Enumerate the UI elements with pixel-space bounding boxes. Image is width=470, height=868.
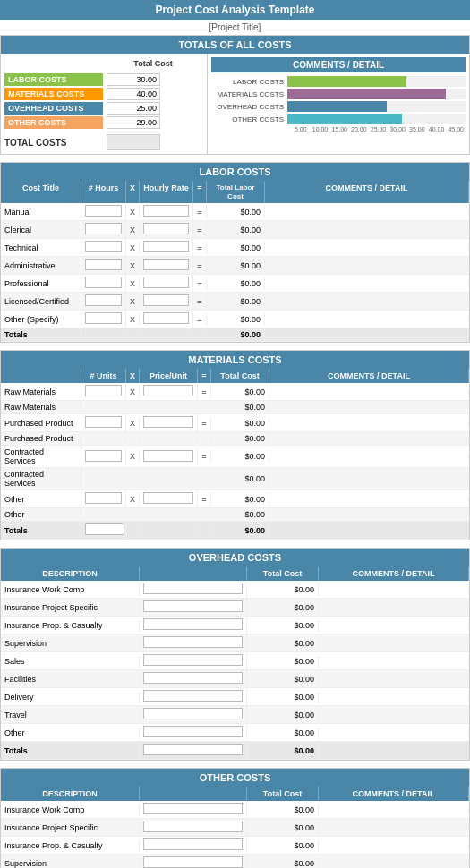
other-data-row: Insurance Project Specific $0.00 [1, 819, 469, 837]
materials-data-row: Other X = $0.00 [1, 490, 469, 508]
bar-track [287, 76, 466, 87]
labor-hours-input[interactable] [85, 223, 122, 234]
overhead-data-row: Other $0.00 [1, 724, 469, 742]
eq-symbol: = [193, 295, 207, 308]
mat-units-input[interactable] [85, 416, 122, 428]
other-cost-row: OTHER COSTS 29.00 [4, 116, 203, 129]
ov-input[interactable] [143, 583, 243, 594]
labor-hours-input[interactable] [85, 241, 122, 252]
labor-rate-input[interactable] [143, 294, 189, 306]
labor-row-dollar: $0.00 [207, 224, 265, 236]
ov-row-dollar: $0.00 [247, 709, 319, 721]
mat-units-input[interactable] [85, 492, 122, 504]
bar-label: OTHER COSTS [211, 115, 287, 123]
materials-section-header: MATERIALS COSTS [1, 351, 469, 369]
materials-value[interactable]: 40.00 [107, 88, 160, 100]
labor-row-dollar: $0.00 [207, 242, 265, 254]
other-value[interactable]: 29.00 [107, 116, 160, 129]
mat-units-input[interactable] [85, 385, 122, 396]
overhead-data-row: Facilities $0.00 [1, 670, 469, 688]
mat-price-input[interactable] [143, 416, 193, 428]
materials-data-row: Contracted Services X = $0.00 [1, 446, 469, 468]
other-row-dollar: $0.00 [247, 857, 319, 868]
labor-rate-input[interactable] [143, 223, 189, 234]
other-col-input [140, 787, 247, 801]
labor-data-row: Administrative X = $0.00 [1, 257, 469, 275]
x-symbol: X [126, 242, 140, 254]
materials-label: MATERIALS COSTS [4, 88, 103, 100]
axis-label: 40.00 [427, 126, 447, 132]
axis-label: 30.00 [388, 126, 407, 132]
labor-rate-input[interactable] [143, 259, 189, 270]
mat-units-input[interactable] [85, 450, 122, 462]
labor-hours-input[interactable] [85, 294, 122, 306]
eq-symbol: = [198, 386, 211, 398]
overhead-cost-row: OVERHEAD COSTS 25.00 [4, 102, 203, 115]
labor-rate-input[interactable] [143, 205, 189, 217]
labor-section: LABOR COSTS Cost Title # Hours X Hourly … [0, 162, 470, 343]
overhead-data-row: Supervision $0.00 [1, 634, 469, 652]
labor-totals-value: $0.00 [207, 328, 265, 341]
overhead-totals-input[interactable] [143, 744, 243, 755]
bar-label: OVERHEAD COSTS [211, 103, 287, 111]
labor-hours-input[interactable] [85, 259, 122, 270]
labor-row-title: Other (Specify) [1, 313, 81, 326]
ov-input[interactable] [143, 672, 243, 684]
overhead-totals-row: Totals $0.00 [1, 742, 469, 760]
other-input[interactable] [143, 838, 243, 850]
labor-col-title: Cost Title [1, 181, 81, 203]
project-subtitle: [Project Title] [0, 20, 470, 35]
other-input[interactable] [143, 803, 243, 814]
overhead-data-row: Insurance Work Comp $0.00 [1, 581, 469, 599]
mat-row-title: Purchased Product [1, 417, 81, 430]
labor-row-dollar: $0.00 [207, 206, 265, 218]
other-row-title: Insurance Prop. & Casualty [1, 839, 140, 852]
overhead-section-header: OVERHEAD COSTS [1, 549, 469, 566]
mat-price-input[interactable] [143, 492, 193, 504]
mat-row-dollar: $0.00 [211, 401, 269, 413]
mat-price-input[interactable] [143, 450, 193, 462]
mat-row-title: Contracted Services [1, 446, 81, 467]
materials-totals-label: Totals [1, 524, 81, 537]
ov-row-dollar: $0.00 [247, 673, 319, 685]
labor-rate-input[interactable] [143, 241, 189, 252]
totals-section: TOTALS OF ALL COSTS Total Cost LABOR COS… [0, 35, 470, 155]
ov-input[interactable] [143, 600, 243, 612]
labor-col-total: Total Labor Cost [207, 181, 265, 203]
bar-chart: LABOR COSTSMATERIALS COSTSOVERHEAD COSTS… [211, 76, 466, 132]
other-row-dollar: $0.00 [247, 821, 319, 834]
labor-rate-input[interactable] [143, 312, 189, 324]
ov-input[interactable] [143, 726, 243, 737]
overhead-value[interactable]: 25.00 [107, 102, 160, 115]
totals-header: TOTALS OF ALL COSTS [1, 36, 469, 54]
labor-hours-input[interactable] [85, 312, 122, 324]
labor-row-title: Licensed/Certified [1, 295, 81, 308]
mat-col-title [1, 369, 81, 383]
bar-fill [287, 89, 446, 99]
labor-rate-input[interactable] [143, 277, 189, 288]
ov-input[interactable] [143, 654, 243, 666]
mat-price-input[interactable] [143, 385, 193, 396]
ov-input[interactable] [143, 690, 243, 702]
x-symbol: X [126, 295, 140, 308]
axis-label: 45.00 [446, 126, 466, 132]
mat-col-total: Total Cost [211, 369, 269, 383]
other-section: OTHER COSTS DESCRIPTION Total Cost COMME… [0, 768, 470, 868]
materials-totals-input[interactable] [85, 523, 124, 535]
labor-hours-input[interactable] [85, 205, 122, 217]
labor-value[interactable]: 30.00 [107, 73, 160, 86]
ov-input[interactable] [143, 636, 243, 648]
ov-input[interactable] [143, 708, 243, 719]
bar-fill [287, 101, 387, 112]
axis-label: 35.00 [407, 126, 427, 132]
mat-row-title: Raw Materials [1, 386, 81, 398]
labor-hours-input[interactable] [85, 277, 122, 288]
total-costs-value[interactable] [107, 134, 160, 150]
axis-label: 10.00 [311, 126, 330, 132]
x-symbol: X [126, 313, 140, 326]
other-input[interactable] [143, 821, 243, 832]
other-input[interactable] [143, 856, 243, 868]
materials-col-headers: # Units X Price/Unit = Total Cost COMMEN… [1, 369, 469, 383]
ov-input[interactable] [143, 618, 243, 630]
ov-row-title: Delivery [1, 691, 140, 703]
